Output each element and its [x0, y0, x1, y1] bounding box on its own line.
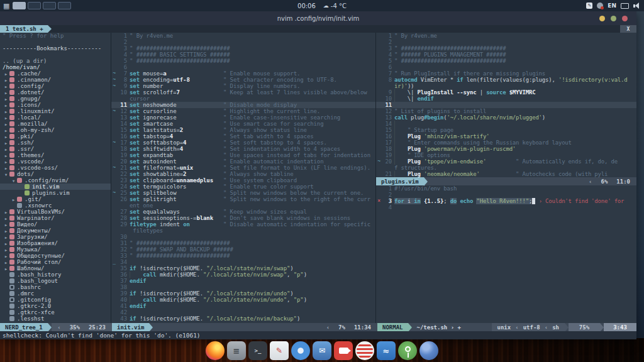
plugins-vim-line-7[interactable]: 7" Run PlugInstall if there are missing … — [376, 70, 636, 77]
tree-item-.vscode-[interactable]: ▶.vscode/ — [0, 158, 111, 165]
tree-item--[interactable]: ▶Загрузки/ — [0, 234, 111, 240]
tree-item-.lesshst[interactable]: .lesshst — [0, 315, 111, 322]
dock-icon-mail-client[interactable]: ✉ — [313, 341, 331, 360]
workspace-2[interactable] — [28, 2, 41, 9]
tree-item-.themes-[interactable]: ▶.themes/ — [0, 152, 111, 158]
init-vim-line-15[interactable]: 15set laststatus=2 " Always show status … — [111, 127, 375, 133]
init-vim-line-23[interactable]: 23set clipboard=unnamedplus " Use system… — [111, 177, 375, 184]
init-vim-line-26[interactable]: 26set splitright " Split new windows to … — [111, 196, 375, 202]
plugins-vim-line-16[interactable]: 16▏ Plug 'mhinz/vim-startify' — [376, 133, 636, 140]
tree-item-.cinnamon-[interactable]: ▶.cinnamon/ — [0, 77, 111, 83]
plugins-vim-line-15[interactable]: 15▏ " Startup page — [376, 127, 636, 133]
tree-item-.gtkrc-2.0[interactable]: .gtkrc-2.0 — [0, 303, 111, 309]
tree-item-.git-[interactable]: ▶.git/ — [0, 196, 111, 202]
plugins-vim-line-14[interactable]: 14▏ — [376, 121, 636, 127]
workspace-4[interactable] — [58, 2, 71, 9]
tree-item-.bash_history[interactable]: .bash_history — [0, 272, 111, 278]
init-vim-line-38[interactable]: 38 — [111, 284, 375, 290]
plugins-vim-line-1[interactable]: 1" By r4ven.me — [376, 33, 636, 39]
test-sh-line-1[interactable]: 1#!/usr/bin/env bash — [376, 185, 636, 192]
notes-icon[interactable]: ✎ — [586, 3, 592, 9]
plugins-vim-line-5[interactable]: 5" ################################ — [376, 58, 636, 64]
tree-item-plugins.vim[interactable]: plugins.vim — [0, 190, 111, 196]
tree-item-virtualboxvms-[interactable]: ▶VirtualBoxVMs/ — [0, 209, 111, 215]
init-vim-line-36[interactable]: 36▏ call mkdir($HOME. "/.local/state/nvi… — [111, 272, 375, 278]
init-vim-line-39[interactable]: 39if !isdirectory($HOME. "/.local/state/… — [111, 290, 375, 297]
tree-item--[interactable]: ▶Общедоступные/ — [0, 253, 111, 259]
init-vim-line-32[interactable]: 32" ###### SWAP AND BACKUP ###### — [111, 246, 375, 253]
init-vim-line-25[interactable]: ~25set splitbelow " Split new windows be… — [111, 190, 375, 196]
tree-item-.ssh-[interactable]: ▶.ssh/ — [0, 140, 111, 146]
tree-item-.local-[interactable]: ▶.local/ — [0, 114, 111, 121]
plugins-vim-line-20[interactable]: ~20▏ Plug 'tpope/vim-endwise' " Automati… — [376, 158, 636, 165]
init-vim-line-9[interactable]: ~9set number " Display line numbers. — [111, 83, 375, 89]
plugins-vim-line-21[interactable]: 21▏ Plug 'neomake/neomake' " Autochecks … — [376, 171, 636, 177]
tree-item-.ssr-[interactable]: ▶.ssr/ — [0, 146, 111, 152]
init-vim-line-27[interactable]: 27set equalalways " Keep window sizes eq… — [111, 209, 375, 215]
plugins-vim-line-8[interactable]: 8autocmd VimEnter * if len(filter(values… — [376, 77, 636, 83]
tree-item-.bash_logout[interactable]: .bash_logout — [0, 278, 111, 284]
init-vim-line-29[interactable]: 29filetype indent on " Disable automatic… — [111, 221, 375, 228]
init-vim-line-3[interactable]: 3" ############################ — [111, 45, 375, 52]
dock-icon-text-editor[interactable]: ✎ — [270, 341, 289, 360]
clock[interactable]: 00:06 — [297, 3, 316, 9]
init-vim-line-4[interactable]: 4" ###### BASIC SETTINGS ###### — [111, 52, 375, 58]
init-vim-line-17[interactable]: ~17set softtabstop=4 " Set soft tabstop … — [111, 140, 375, 146]
display-icon[interactable] — [621, 3, 629, 9]
plugins-vim-line-10[interactable]: 10▏ \| endif — [376, 96, 636, 102]
weather-applet[interactable]: ☁ -4 °C — [323, 3, 347, 9]
plugins-vim-line-6[interactable]: 6 — [376, 64, 636, 70]
init-vim-line-11[interactable]: 11set noshowmode " Disable mode display — [111, 102, 375, 108]
init-vim-line-22[interactable]: 22set showtabline=2 " Always show tablin… — [111, 171, 375, 177]
init-vim-line-6[interactable]: 6 — [111, 64, 375, 70]
tree-item--[interactable]: ▶Видео/ — [0, 221, 111, 228]
shield-icon[interactable] — [597, 3, 603, 9]
tree-item-.cache-[interactable]: ▶.cache/ — [0, 70, 111, 77]
init-vim-line-31[interactable]: 31" ############################ — [111, 240, 375, 246]
plugins-vim-line-13[interactable]: 13call plug#begin('~/.local/share/nvim/p… — [376, 114, 636, 121]
test-sh-line-2[interactable]: 2 — [376, 192, 636, 198]
tree-item-dots-[interactable]: ▼dots/ — [0, 171, 111, 177]
init-vim-line-wrap[interactable]: cursor — [111, 96, 375, 102]
tree-item-.pki-[interactable]: ▶.pki/ — [0, 133, 111, 140]
close-button[interactable] — [622, 16, 628, 21]
plugins-vim-line-9[interactable]: 9▏ \| PlugInstall --sync | source $MYVIM… — [376, 89, 636, 96]
workspace-1[interactable] — [13, 2, 26, 9]
tree-item-.gtkrc-xfce[interactable]: .gtkrc-xfce — [0, 309, 111, 315]
tree-item-.config-[interactable]: ▶.config/ — [0, 83, 111, 89]
init-vim-line-24[interactable]: 24set termguicolors " Enable true color … — [111, 184, 375, 190]
up-dir-item[interactable]: .. (up a dir) — [0, 58, 111, 64]
tree-item--[interactable]: ▶Документы/ — [0, 228, 111, 234]
tree-item--[interactable]: ▶Шаблоны/ — [0, 265, 111, 272]
init-vim-line-40[interactable]: 40▏ call mkdir($HOME. "/.local/state/nvi… — [111, 297, 375, 303]
tree-item-.config-nvim-[interactable]: ▼.config/nvim/ — [0, 177, 111, 184]
plugins-vim-line-12[interactable]: 12" List of plugins to install — [376, 108, 636, 114]
init-vim-line-30[interactable]: 30 — [111, 234, 375, 240]
init-vim-line-42[interactable]: 42 — [111, 309, 375, 315]
minimize-button[interactable] — [599, 16, 605, 21]
init-vim-line-21[interactable]: ~21set fileformat=unix " Set file format… — [111, 165, 375, 171]
dock-icon-firefox[interactable] — [206, 341, 225, 360]
dock-icon-terminal[interactable]: >_ — [248, 341, 267, 360]
plugins-vim-line-11[interactable]: 11 — [376, 102, 636, 108]
init-vim-line-35[interactable]: 35if !isdirectory($HOME. "/.local/state/… — [111, 265, 375, 272]
tree-item--[interactable]: ▶Музыка/ — [0, 246, 111, 253]
tree-item-.dotnet-[interactable]: ▶.dotnet/ — [0, 89, 111, 96]
init-vim-line-28[interactable]: 28set sessionoptions-=blank " Don't save… — [111, 215, 375, 221]
plugins-vim-line-2[interactable]: 2 — [376, 39, 636, 45]
dock-icon-file-manager[interactable]: ≡ — [227, 341, 246, 360]
init-vim-line-10[interactable]: 10set scrolloff=7 " Keep at least 7 line… — [111, 89, 375, 96]
tree-item-.icons-[interactable]: ▶.icons/ — [0, 102, 111, 108]
init-vim-line-16[interactable]: 16set tabstop=4 " Set tab width to 4 spa… — [111, 133, 375, 140]
dock-icon-password-manager[interactable] — [398, 341, 417, 360]
plugins-vim-line-4[interactable]: 4" ###### PLUGINS MANAGEMENT ###### — [376, 52, 636, 58]
tree-item-.xsnowrc[interactable]: .xsnowrc — [0, 202, 111, 209]
dock-icon-system-monitor[interactable]: ≈ — [377, 341, 396, 360]
init-vim-line-34[interactable]: _34 — [111, 259, 375, 265]
tree-item--[interactable]: ▶Рабочий стол/ — [0, 259, 111, 265]
plugins-vim-line-wrap[interactable]: ir)')) — [376, 83, 636, 89]
init-vim-line-20[interactable]: 20set autoindent " Enable automatic inde… — [111, 158, 375, 165]
init-vim-line-33[interactable]: 33" ############################ — [111, 253, 375, 259]
vim-tab-test-sh[interactable]: 1 test.sh + — [0, 25, 48, 33]
app-menu-icon[interactable]: ▦ — [3, 3, 9, 9]
